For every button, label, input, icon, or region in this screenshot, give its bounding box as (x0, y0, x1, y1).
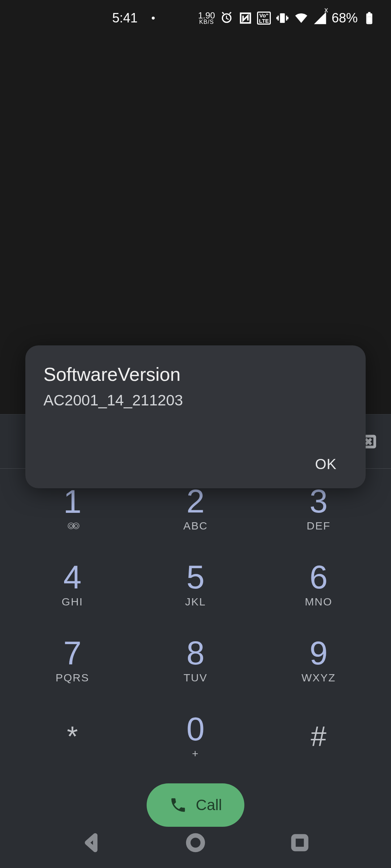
dialog-ok-button[interactable]: OK (304, 452, 348, 476)
dialog-body: AC2001_14_211203 (43, 392, 348, 409)
svg-point-5 (188, 835, 203, 850)
nav-recents-button[interactable] (287, 830, 312, 855)
dialog-title: SoftwareVersion (43, 363, 348, 385)
navigation-bar (0, 817, 391, 868)
svg-rect-6 (293, 837, 306, 849)
nav-back-button[interactable] (79, 830, 104, 855)
software-version-dialog: SoftwareVersion AC2001_14_211203 OK (25, 345, 366, 488)
nav-home-button[interactable] (183, 830, 208, 855)
